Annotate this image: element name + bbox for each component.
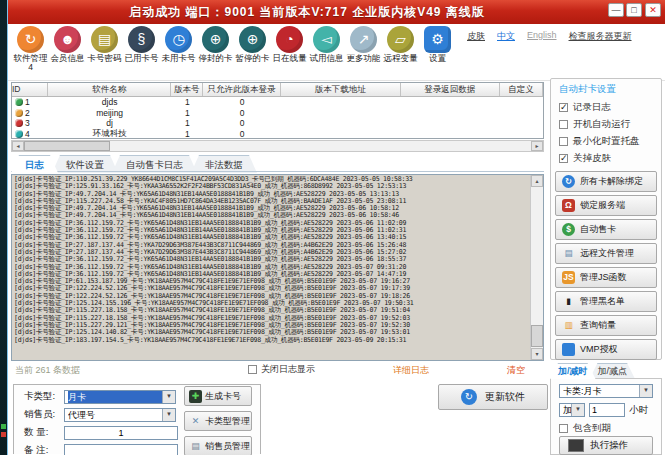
log-panel[interactable]: [djds]卡号验证_IP:110.251.39.229_YK86644D1CM… bbox=[11, 174, 544, 361]
table-row[interactable]: 4 环城科技 1 0 bbox=[12, 129, 543, 140]
column-header[interactable]: 版本下载地址 bbox=[281, 83, 401, 96]
column-header[interactable]: 软件名称 bbox=[48, 83, 172, 96]
checkbox-icon[interactable] bbox=[559, 120, 568, 129]
toolbar-item[interactable]: ⊕ 停封的卡 bbox=[197, 26, 234, 72]
chevron-down-icon[interactable]: ▼ bbox=[162, 391, 175, 403]
table-row[interactable]: 1 djds 1 0 bbox=[12, 97, 543, 108]
lock-icon: Ω bbox=[562, 199, 575, 212]
scroll-up-arrow-icon[interactable]: ▴ bbox=[531, 175, 543, 187]
checkbox-icon[interactable] bbox=[559, 137, 568, 146]
column-header[interactable]: 版本号 bbox=[171, 83, 203, 96]
auto-ban-settings-title: 自动封卡设置 bbox=[559, 83, 616, 96]
detail-log-link[interactable]: 详细日志 bbox=[393, 364, 429, 377]
toolbar-item-label: 暂停的卡 bbox=[234, 53, 271, 63]
column-header[interactable]: ID bbox=[12, 83, 48, 96]
toolbar-item[interactable]: ◅ 试用信息 bbox=[308, 26, 345, 72]
only-version-cell: 0 bbox=[203, 97, 281, 107]
close-button[interactable]: ✕ bbox=[645, 3, 661, 17]
checkbox-icon[interactable] bbox=[559, 424, 568, 433]
log-vscrollbar[interactable]: ▴ ▾ bbox=[530, 175, 543, 360]
close-log-checkbox[interactable]: 关闭日志显示 bbox=[248, 363, 315, 376]
quantity-input[interactable] bbox=[64, 426, 178, 440]
top-link[interactable]: 检查服务器更新 bbox=[569, 30, 632, 43]
toolbar-item[interactable]: ◷ 未用卡号 bbox=[160, 26, 197, 72]
seller-select[interactable]: 代理号 ▼ bbox=[64, 408, 176, 422]
column-header[interactable]: 登录返回数据 bbox=[401, 83, 501, 96]
chevron-down-icon[interactable]: ▼ bbox=[162, 409, 175, 421]
sidebar-button[interactable]: ↻ 所有卡解除绑定 bbox=[555, 171, 657, 192]
quantity-label: 数 量: bbox=[24, 426, 64, 439]
plus-icon: ✚ bbox=[189, 390, 202, 403]
column-header[interactable]: 自定义 bbox=[500, 83, 543, 96]
update-software-button[interactable]: ↻ 更新软件 bbox=[438, 384, 548, 410]
sidebar-button[interactable]: $ 自动售卡 bbox=[555, 219, 657, 240]
toolbar-item[interactable]: ▤ 卡号密码 bbox=[86, 26, 123, 72]
row-id: 3 bbox=[25, 118, 30, 128]
execute-button[interactable]: 执行操作 bbox=[559, 436, 653, 455]
chart-icon: ↗ bbox=[350, 26, 377, 53]
card-icon: ▤ bbox=[91, 26, 118, 53]
toolbar-item[interactable]: ↻ 软件管理 4 bbox=[12, 26, 49, 72]
clear-log-link[interactable]: 清空 bbox=[507, 364, 525, 377]
table-hscrollbar[interactable]: ◂ ▸ bbox=[11, 140, 544, 152]
chevron-down-icon[interactable]: ▼ bbox=[571, 404, 584, 416]
card-type-manage-button[interactable]: ✕ 卡类型管理 bbox=[184, 411, 252, 431]
sidebar-button[interactable]: ▼ VMP授权 bbox=[555, 339, 657, 360]
toolbar-item[interactable]: ◔ 日在线量 bbox=[271, 26, 308, 72]
tab-divider bbox=[11, 171, 544, 172]
toolbar-item[interactable]: ⚙ 设置 bbox=[419, 26, 456, 72]
js-box-icon: JS bbox=[562, 271, 575, 284]
toolbar-item-label: 已用卡号 bbox=[123, 53, 160, 63]
include-expired-checkbox[interactable]: 包含到期 bbox=[559, 422, 611, 435]
seller-label: 销售员: bbox=[24, 408, 64, 421]
toolbar-item-label: 更多功能 bbox=[345, 53, 382, 63]
scroll-down-arrow-icon[interactable]: ▾ bbox=[531, 348, 543, 360]
checkbox-icon[interactable] bbox=[559, 103, 568, 112]
operation-select[interactable]: 加 ▼ bbox=[559, 403, 585, 417]
top-link[interactable]: 皮肤 bbox=[467, 30, 485, 43]
settings-checkbox[interactable]: 记录日志 bbox=[559, 99, 640, 116]
column-header[interactable]: 只允许此版本登录 bbox=[203, 83, 281, 96]
toolbar-item[interactable]: ☻ 会员信息 bbox=[49, 26, 86, 72]
settings-checkbox[interactable]: 开机自动运行 bbox=[559, 116, 640, 133]
remark-input[interactable] bbox=[64, 444, 178, 455]
software-name: dj bbox=[48, 118, 172, 128]
hscroll-thumb[interactable] bbox=[24, 141, 110, 151]
chevron-down-icon[interactable]: ▼ bbox=[639, 385, 652, 397]
sidebar-button[interactable]: JS 管理JS函数 bbox=[555, 267, 657, 288]
top-link[interactable]: English bbox=[527, 30, 557, 43]
toolbar-item-label: 远程变量 bbox=[382, 53, 419, 63]
sidebar-button[interactable]: ▮ 管理黑名单 bbox=[555, 291, 657, 312]
amount-input[interactable] bbox=[589, 403, 625, 417]
tab[interactable]: 日志 bbox=[11, 155, 58, 173]
table-row[interactable]: 2 meijing 1 0 bbox=[12, 108, 543, 119]
maximize-button[interactable]: □ bbox=[626, 3, 642, 17]
tab[interactable]: 加/减点 bbox=[590, 363, 636, 379]
folder-icon: ▱ bbox=[387, 26, 414, 53]
timer-icon: ◔ bbox=[276, 26, 303, 53]
checkbox-icon[interactable] bbox=[559, 154, 568, 163]
sidebar-button[interactable]: ▥ 查询销量 bbox=[555, 315, 657, 336]
sales-icon: ▥ bbox=[562, 319, 575, 332]
minimize-button[interactable]: — bbox=[608, 3, 624, 17]
scroll-left-arrow-icon[interactable]: ◂ bbox=[12, 141, 24, 151]
generate-card-button[interactable]: ✚ 生成卡号 bbox=[184, 386, 252, 406]
toolbar-item[interactable]: ⊕ 暂停的卡 bbox=[234, 26, 271, 72]
toolbar-item[interactable]: ↗ 更多功能 bbox=[345, 26, 382, 72]
tab[interactable]: 加/减时 bbox=[550, 363, 596, 379]
sidebar-button[interactable]: Ω 锁定服务端 bbox=[555, 195, 657, 216]
title-bar[interactable]: 启动成功 端口：9001 当前版本V:717 企业版内核V49 离线版 — □ … bbox=[8, 0, 665, 24]
toolbar-item[interactable]: § 已用卡号 bbox=[123, 26, 160, 72]
scroll-right-arrow-icon[interactable]: ▸ bbox=[531, 141, 543, 151]
toolbar-item[interactable]: ▱ 远程变量 bbox=[382, 26, 419, 72]
toolbar-item-badge bbox=[345, 63, 382, 72]
time-card-type-select[interactable]: 卡类:月卡 ▼ bbox=[559, 384, 653, 398]
settings-checkbox[interactable]: 关掉皮肤 bbox=[559, 150, 640, 167]
settings-checkbox[interactable]: 最小化时置托盘 bbox=[559, 133, 640, 150]
card-type-select[interactable]: 月卡 ▼ bbox=[64, 390, 176, 404]
sidebar-button[interactable]: ▤ 远程文件管理 bbox=[555, 243, 657, 264]
vscroll-thumb[interactable] bbox=[531, 325, 543, 347]
seller-manage-button[interactable]: ▤ 销售员管理 bbox=[184, 436, 252, 455]
top-link[interactable]: 中文 bbox=[497, 30, 515, 43]
checkbox-icon[interactable] bbox=[248, 365, 257, 374]
